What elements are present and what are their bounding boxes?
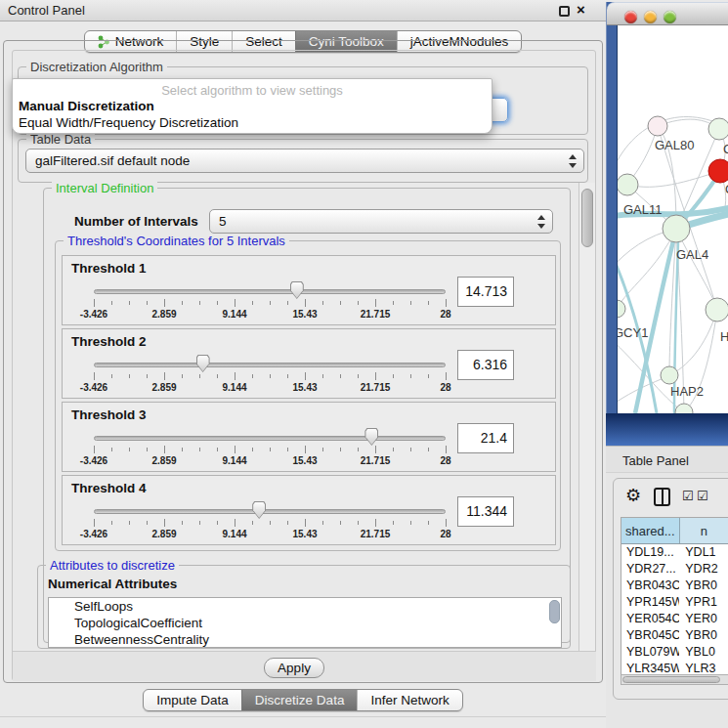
- table-data-combobox[interactable]: galFiltered.sif default node: [25, 149, 584, 173]
- zoom-traffic-light[interactable]: [664, 11, 676, 23]
- slider-track[interactable]: [94, 436, 446, 441]
- cell-shared-name[interactable]: YBL079W: [621, 644, 679, 661]
- table-row[interactable]: YBL079WYBL0: [621, 644, 728, 661]
- bottom-tab-bar: Impute Data Discretize Data Infer Networ…: [0, 689, 606, 711]
- slider-thumb[interactable]: [364, 428, 378, 446]
- attributes-group: Attributes to discretize Numerical Attri…: [37, 565, 571, 649]
- table-horizontal-scrollbar-thumb[interactable]: [622, 676, 720, 683]
- discretization-algorithm-group-label: Discretization Algorithm: [26, 60, 167, 74]
- settings-scrollbar-thumb[interactable]: [581, 189, 593, 247]
- tab-discretize-data[interactable]: Discretize Data: [241, 690, 358, 710]
- network-node[interactable]: [648, 116, 667, 136]
- node-attribute-table[interactable]: shared... n YDL19...YDL1 YDR27...YDR2 YB…: [621, 517, 728, 674]
- slider-thumb[interactable]: [196, 355, 210, 372]
- app-screen: Control Panel × Network Style Select Cyn…: [0, 0, 728, 728]
- slider-tick-labels: -3.4262.8599.14415.4321.71528: [94, 309, 446, 321]
- threshold-label: Threshold 4: [71, 481, 147, 495]
- tab-infer-network[interactable]: Infer Network: [357, 690, 461, 710]
- slider-track[interactable]: [94, 363, 446, 367]
- number-of-intervals-value: 5: [219, 214, 227, 229]
- cell-shared-name[interactable]: YLR345W: [621, 661, 679, 674]
- threshold-3-panel: Threshold 3 -3.4262.8599.14415.4321.7152…: [62, 402, 556, 472]
- numerical-attributes-label: Numerical Attributes: [48, 577, 177, 591]
- close-traffic-light[interactable]: [624, 11, 637, 23]
- network-window-bottom-border: [606, 413, 728, 446]
- threshold-value-field[interactable]: 6.316: [457, 350, 514, 380]
- number-of-intervals-combobox[interactable]: 5: [209, 209, 553, 234]
- slider-thumb[interactable]: [252, 501, 266, 519]
- network-node[interactable]: [661, 366, 678, 384]
- list-scrollbar-thumb[interactable]: [549, 600, 560, 623]
- cell-name[interactable]: YBR0: [679, 627, 728, 644]
- cell-name[interactable]: YBL0: [679, 644, 728, 661]
- table-row[interactable]: YDL19...YDL1: [621, 544, 728, 561]
- cell-shared-name[interactable]: YBR045C: [621, 627, 679, 644]
- close-icon[interactable]: ×: [577, 1, 585, 18]
- network-node-label: HAP2: [670, 384, 704, 399]
- attributes-group-label: Attributes to discretize: [46, 558, 179, 573]
- table-row[interactable]: YBR045CYBR0: [621, 627, 728, 644]
- table-row[interactable]: YBR043CYBR0: [621, 578, 728, 594]
- network-node[interactable]: [708, 159, 728, 183]
- minimize-traffic-light[interactable]: [644, 11, 657, 23]
- dropdown-item-manual-discretization[interactable]: Manual Discretization: [19, 99, 154, 113]
- threshold-value-field[interactable]: 14.713: [457, 277, 514, 307]
- threshold-4-panel: Threshold 4 -3.4262.8599.14415.4321.7152…: [62, 475, 556, 545]
- cell-name[interactable]: YDL1: [679, 544, 728, 561]
- settings-scrollbar[interactable]: [578, 183, 595, 651]
- network-node[interactable]: [618, 174, 638, 195]
- cell-name[interactable]: YER0: [679, 611, 728, 627]
- slider-thumb[interactable]: [290, 281, 304, 299]
- network-node[interactable]: [618, 300, 625, 318]
- list-item-selfloops[interactable]: SelfLoops: [49, 598, 561, 615]
- threshold-label: Threshold 3: [71, 407, 147, 422]
- apply-button[interactable]: Apply: [264, 658, 324, 678]
- cell-name[interactable]: YLR3: [679, 661, 728, 674]
- cell-shared-name[interactable]: YER054C: [621, 611, 679, 627]
- slider-track[interactable]: [94, 509, 446, 514]
- cell-shared-name[interactable]: YBR043C: [621, 578, 679, 594]
- threshold-value-field[interactable]: 21.4: [457, 423, 514, 453]
- threshold-slider[interactable]: -3.4262.8599.14415.4321.71528: [94, 279, 446, 322]
- list-item-topologicalcoefficient[interactable]: TopologicalCoefficient: [49, 615, 561, 631]
- threshold-slider[interactable]: -3.4262.8599.14415.4321.71528: [94, 499, 446, 542]
- network-node[interactable]: [663, 215, 690, 242]
- numerical-attributes-list[interactable]: SelfLoops TopologicalCoefficient Between…: [48, 597, 562, 648]
- checkbox-icon[interactable]: ☑: [682, 490, 694, 502]
- table-row[interactable]: YDR27...YDR2: [621, 561, 728, 578]
- settings-gear-icon[interactable]: ⚙: [625, 485, 641, 506]
- tab-impute-data[interactable]: Impute Data: [144, 690, 241, 710]
- cell-name[interactable]: YPR1: [679, 594, 728, 611]
- slider-ticks: [94, 519, 446, 528]
- tab-label: Discretize Data: [255, 693, 345, 707]
- network-view-canvas[interactable]: GAL80GCGAL11GAL4GCY1HHAP2: [618, 25, 728, 413]
- table-horizontal-scrollbar[interactable]: [621, 674, 728, 685]
- table-row[interactable]: YPR145WYPR1: [621, 594, 728, 611]
- table-header-row: shared... n: [621, 518, 728, 544]
- list-item-betweennesscentrality[interactable]: BetweennessCentrality: [49, 631, 561, 648]
- dropdown-item-equal-width-frequency[interactable]: Equal Width/Frequency Discretization: [19, 115, 238, 130]
- cell-shared-name[interactable]: YDR27...: [621, 561, 679, 578]
- column-split-icon[interactable]: [654, 488, 670, 506]
- network-node[interactable]: [706, 298, 728, 321]
- table-row[interactable]: YLR345WYLR3: [621, 661, 728, 674]
- column-header-name[interactable]: n: [680, 518, 728, 543]
- threshold-1-panel: Threshold 1 -3.4262.8599.14415.4321.7152…: [62, 255, 556, 325]
- cell-shared-name[interactable]: YPR145W: [621, 594, 679, 611]
- network-window-titlebar[interactable]: [607, 2, 728, 25]
- network-graph[interactable]: GAL80GCGAL11GAL4GCY1HHAP2: [618, 25, 728, 413]
- column-header-shared-name[interactable]: shared...: [621, 518, 680, 543]
- checkbox-icon[interactable]: ☑: [697, 490, 708, 502]
- float-window-icon[interactable]: [559, 6, 570, 17]
- table-row[interactable]: YER054CYER0: [621, 611, 728, 627]
- cell-name[interactable]: YBR0: [679, 578, 728, 594]
- threshold-value-field[interactable]: 11.344: [457, 496, 514, 527]
- slider-track[interactable]: [94, 289, 446, 294]
- cell-name[interactable]: YDR2: [679, 561, 728, 578]
- network-window-border: [606, 2, 618, 446]
- network-node-label: GCY1: [618, 325, 648, 340]
- threshold-slider[interactable]: -3.4262.8599.14415.4321.71528: [94, 353, 446, 396]
- threshold-slider[interactable]: -3.4262.8599.14415.4321.71528: [94, 426, 446, 469]
- cell-shared-name[interactable]: YDL19...: [621, 544, 679, 561]
- network-node[interactable]: [708, 118, 728, 140]
